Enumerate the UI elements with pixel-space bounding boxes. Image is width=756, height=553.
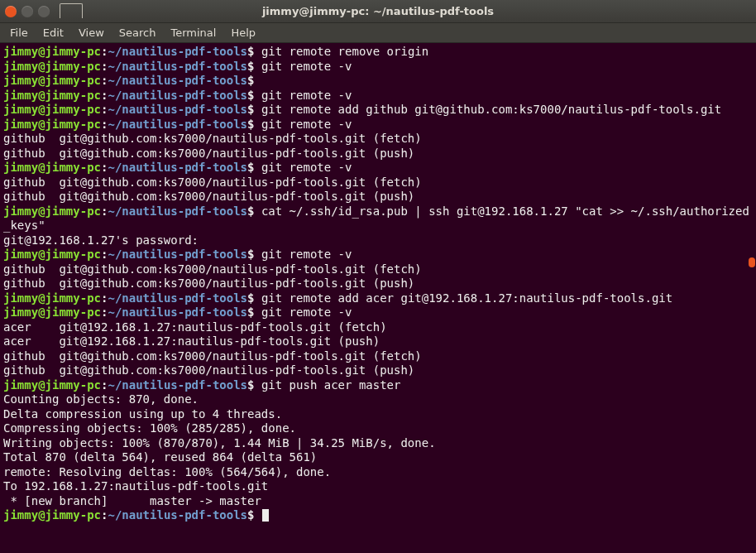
output-line: github git@github.com:ks7000/nautilus-pd…	[3, 190, 414, 203]
output-line: To 192.168.1.27:nautilus-pdf-tools.git	[3, 479, 268, 493]
titlebar[interactable]: jimmy@jimmy-pc: ~/nautilus-pdf-tools	[0, 0, 756, 23]
prompt-user: jimmy@jimmy-pc	[3, 45, 101, 58]
prompt-path: ~/nautilus-pdf-tools	[108, 305, 247, 319]
output-line: github git@github.com:ks7000/nautilus-pd…	[3, 262, 422, 276]
cmd-text: git remote -v	[254, 118, 352, 131]
prompt-path: ~/nautilus-pdf-tools	[108, 89, 247, 102]
output-line: remote: Resolving deltas: 100% (564/564)…	[3, 465, 331, 478]
maximize-icon[interactable]	[38, 6, 50, 17]
prompt-path: ~/nautilus-pdf-tools	[108, 45, 247, 58]
output-line: github git@github.com:ks7000/nautilus-pd…	[3, 176, 422, 189]
output-line: Counting objects: 870, done.	[3, 392, 199, 406]
prompt-path: ~/nautilus-pdf-tools	[108, 118, 247, 131]
prompt-user: jimmy@jimmy-pc	[3, 118, 101, 131]
terminal-viewport[interactable]: jimmy@jimmy-pc:~/nautilus-pdf-tools$ git…	[0, 43, 756, 553]
scrollbar-thumb[interactable]	[749, 257, 755, 267]
output-line: Total 870 (delta 564), reused 864 (delta…	[3, 450, 317, 464]
scrollbar[interactable]	[748, 43, 756, 553]
cmd-text: git push acer master	[254, 378, 400, 392]
prompt-path: ~/nautilus-pdf-tools	[108, 60, 247, 73]
output-line: Writing objects: 100% (870/870), 1.44 Mi…	[3, 436, 436, 450]
cmd-text: git remote -v	[254, 305, 352, 319]
prompt-path: ~/nautilus-pdf-tools	[108, 74, 247, 87]
prompt-path: ~/nautilus-pdf-tools	[108, 161, 247, 174]
prompt-user: jimmy@jimmy-pc	[3, 74, 101, 87]
prompt-path: ~/nautilus-pdf-tools	[108, 204, 247, 218]
prompt-user: jimmy@jimmy-pc	[3, 291, 101, 305]
tab-indicator-icon	[60, 3, 83, 18]
output-line: acer git@192.168.1.27:nautilus-pdf-tools…	[3, 320, 387, 334]
terminal-window: jimmy@jimmy-pc: ~/nautilus-pdf-tools Fil…	[0, 0, 756, 553]
output-line: github git@github.com:ks7000/nautilus-pd…	[3, 147, 414, 160]
output-line: github git@github.com:ks7000/nautilus-pd…	[3, 276, 414, 290]
prompt-user: jimmy@jimmy-pc	[3, 103, 101, 116]
prompt-path: ~/nautilus-pdf-tools	[108, 378, 247, 392]
prompt-user: jimmy@jimmy-pc	[3, 508, 101, 522]
output-line: Delta compression using up to 4 threads.	[3, 407, 282, 421]
cmd-text: git remote -v	[254, 248, 352, 261]
minimize-icon[interactable]	[22, 6, 33, 17]
prompt-user: jimmy@jimmy-pc	[3, 204, 101, 218]
prompt-path: ~/nautilus-pdf-tools	[108, 103, 247, 116]
output-line: acer git@192.168.1.27:nautilus-pdf-tools…	[3, 334, 380, 348]
menubar: File Edit View Search Terminal Help	[0, 23, 756, 43]
output-line: * [new branch] master -> master	[3, 494, 261, 507]
prompt-sigil: $	[247, 74, 254, 87]
menu-terminal[interactable]: Terminal	[164, 25, 222, 41]
cmd-text: git remote add acer git@192.168.1.27:nau…	[254, 291, 672, 305]
prompt-user: jimmy@jimmy-pc	[3, 60, 101, 73]
prompt-user: jimmy@jimmy-pc	[3, 378, 101, 392]
output-line: github git@github.com:ks7000/nautilus-pd…	[3, 132, 422, 145]
menu-help[interactable]: Help	[224, 25, 262, 41]
prompt-path: ~/nautilus-pdf-tools	[108, 248, 247, 261]
output-line: Compressing objects: 100% (285/285), don…	[3, 421, 296, 435]
cmd-text: git remote -v	[254, 60, 352, 73]
menu-edit[interactable]: Edit	[36, 25, 70, 41]
prompt-user: jimmy@jimmy-pc	[3, 161, 101, 174]
close-icon[interactable]	[5, 6, 17, 17]
prompt-user: jimmy@jimmy-pc	[3, 305, 101, 319]
cmd-text: git remote -v	[254, 89, 352, 102]
window-title: jimmy@jimmy-pc: ~/nautilus-pdf-tools	[0, 5, 756, 17]
cmd-text: git remote remove origin	[254, 45, 428, 58]
menu-search[interactable]: Search	[112, 25, 163, 41]
output-line: git@192.168.1.27's password:	[3, 233, 199, 247]
menu-view[interactable]: View	[72, 25, 111, 41]
output-line: github git@github.com:ks7000/nautilus-pd…	[3, 349, 422, 363]
prompt-path: ~/nautilus-pdf-tools	[108, 291, 247, 305]
menu-file[interactable]: File	[3, 25, 35, 41]
cmd-text: git remote add github git@github.com:ks7…	[254, 103, 721, 116]
output-line: github git@github.com:ks7000/nautilus-pd…	[3, 363, 414, 377]
terminal-output[interactable]: jimmy@jimmy-pc:~/nautilus-pdf-tools$ git…	[0, 43, 756, 527]
prompt-user: jimmy@jimmy-pc	[3, 89, 101, 102]
prompt-path: ~/nautilus-pdf-tools	[108, 508, 247, 522]
window-controls	[5, 6, 50, 17]
cursor-icon	[262, 509, 269, 522]
cmd-text	[254, 508, 261, 522]
prompt-user: jimmy@jimmy-pc	[3, 248, 101, 261]
cmd-text: git remote -v	[254, 161, 352, 174]
